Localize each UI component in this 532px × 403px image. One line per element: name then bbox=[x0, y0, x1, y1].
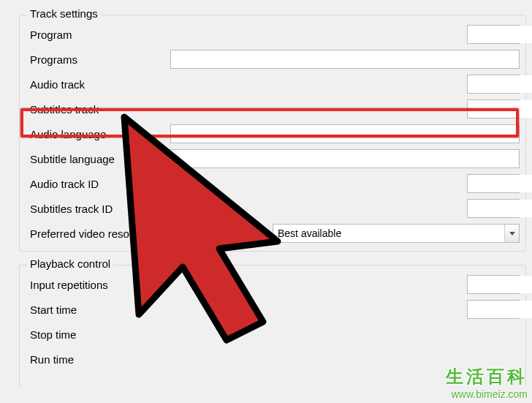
field-input-repetitions bbox=[170, 275, 520, 294]
label-subtitles-track-id: Subtitles track ID bbox=[27, 203, 170, 215]
watermark-url: www.bimeiz.com bbox=[446, 388, 528, 400]
spinner-subtitles-track-id-input[interactable] bbox=[468, 200, 532, 217]
row-preferred-video-res: Preferred video reso Best available bbox=[27, 222, 520, 245]
field-subtitles-track-id bbox=[170, 199, 520, 218]
select-preferred-video-res-value[interactable]: Best available bbox=[273, 224, 520, 243]
field-subtitle-language bbox=[170, 149, 520, 168]
chevron-down-icon[interactable] bbox=[504, 225, 519, 242]
label-subtitle-language: Subtitle language bbox=[27, 153, 170, 165]
field-audio-track bbox=[170, 75, 520, 94]
field-programs bbox=[170, 50, 520, 69]
label-start-time: Start time bbox=[27, 304, 170, 316]
label-preferred-video-res: Preferred video reso bbox=[27, 227, 170, 240]
spinner-input-repetitions-input[interactable] bbox=[468, 276, 532, 293]
spinner-audio-track[interactable] bbox=[467, 75, 520, 94]
spinner-start-time[interactable] bbox=[467, 300, 520, 319]
spinner-subtitles-track[interactable] bbox=[467, 99, 520, 118]
label-input-repetitions: Input repetitions bbox=[27, 279, 170, 291]
input-subtitle-language[interactable] bbox=[170, 149, 520, 168]
row-subtitles-track: Subtitles track bbox=[27, 97, 520, 121]
row-program: Program bbox=[27, 23, 520, 46]
select-preferred-video-res[interactable]: Best available bbox=[273, 224, 520, 243]
row-subtitle-language: Subtitle language bbox=[27, 147, 520, 170]
spinner-audio-track-id-input[interactable] bbox=[468, 175, 532, 192]
field-stop-time bbox=[170, 325, 520, 344]
spinner-subtitles-track-input[interactable] bbox=[468, 100, 532, 118]
row-run-time: Run time bbox=[27, 347, 520, 371]
row-audio-track: Audio track bbox=[27, 72, 520, 96]
field-audio-language bbox=[170, 124, 520, 143]
label-audio-language: Audio language bbox=[27, 128, 170, 140]
field-program bbox=[170, 25, 520, 44]
spinner-subtitles-track-id[interactable] bbox=[467, 199, 520, 218]
label-stop-time: Stop time bbox=[27, 328, 170, 341]
label-programs: Programs bbox=[27, 53, 170, 66]
label-run-time: Run time bbox=[27, 353, 170, 366]
input-audio-language[interactable] bbox=[170, 124, 520, 143]
spinner-program[interactable] bbox=[467, 25, 520, 44]
groupbox-title: Track settings bbox=[27, 7, 101, 20]
spinner-program-input[interactable] bbox=[468, 26, 532, 43]
label-audio-track-id: Audio track ID bbox=[27, 178, 170, 190]
label-program: Program bbox=[27, 29, 170, 41]
row-programs: Programs bbox=[27, 48, 520, 71]
input-programs[interactable] bbox=[170, 50, 520, 69]
label-audio-track: Audio track bbox=[27, 78, 170, 91]
spinner-audio-track-input[interactable] bbox=[468, 75, 532, 93]
field-audio-track-id bbox=[170, 174, 520, 193]
row-audio-language: Audio language bbox=[27, 122, 520, 146]
row-start-time: Start time bbox=[27, 298, 520, 321]
label-subtitles-track: Subtitles track bbox=[27, 103, 170, 116]
spinner-start-time-input[interactable] bbox=[468, 301, 532, 318]
field-start-time bbox=[170, 300, 520, 319]
spinner-audio-track-id[interactable] bbox=[467, 174, 520, 193]
groupbox-playback-control: Playback control Input repetitions Start… bbox=[19, 265, 526, 387]
spinner-input-repetitions[interactable] bbox=[467, 275, 520, 294]
field-subtitles-track bbox=[170, 99, 520, 118]
groupbox-track-settings: Track settings Program Programs Audio tr… bbox=[19, 15, 526, 252]
groupbox-title: Playback control bbox=[27, 257, 113, 270]
field-preferred-video-res: Best available bbox=[273, 224, 520, 243]
row-input-repetitions: Input repetitions bbox=[27, 273, 520, 296]
row-audio-track-id: Audio track ID bbox=[27, 172, 520, 195]
row-subtitles-track-id: Subtitles track ID bbox=[27, 197, 520, 220]
row-stop-time: Stop time bbox=[27, 323, 520, 346]
